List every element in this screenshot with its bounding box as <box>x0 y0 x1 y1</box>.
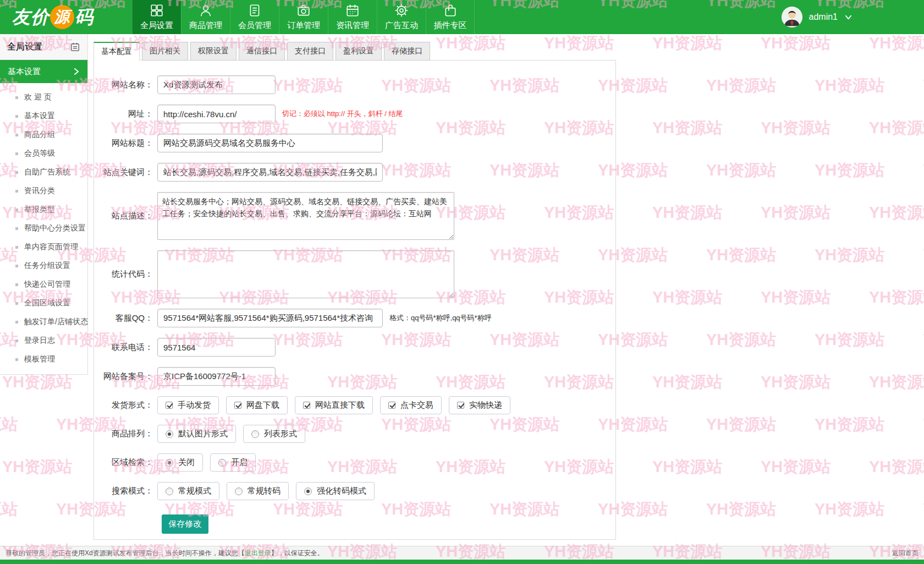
tab-0[interactable]: 基本配置 <box>94 42 140 61</box>
bullet-icon <box>15 283 18 286</box>
delivery-type-option-1[interactable]: 网盘下载 <box>226 396 288 414</box>
sidebar-item-10[interactable]: 快递公司管理 <box>0 275 87 294</box>
app-logo-text: 友价源码 <box>12 5 94 30</box>
sidebar-item-13[interactable]: 登录日志 <box>0 331 87 350</box>
sidebar-item-1[interactable]: 基本设置 <box>0 107 87 125</box>
region-search-option-1[interactable]: 开启 <box>210 453 256 472</box>
radio-icon[interactable] <box>218 459 226 467</box>
settings-tabs: 基本配置图片相关权限设置通信接口支付接口盈利设置存储接口 <box>94 42 924 61</box>
site-keywords-input[interactable] <box>157 163 383 182</box>
sidebar-item-9[interactable]: 任务分组设置 <box>0 256 87 275</box>
contact-phone-row: 联系电话： <box>94 338 615 357</box>
delivery-type-option-0[interactable]: 手动发货 <box>157 396 219 414</box>
contact-phone-label: 联系电话： <box>94 342 157 353</box>
sidebar-item-list: 欢 迎 页基本设置商品分组会员等级自助广告系统资讯分类举报类型帮助中心分类设置单… <box>0 83 87 369</box>
contact-phone-input[interactable] <box>157 338 276 357</box>
tab-5[interactable]: 盈利设置 <box>336 42 382 61</box>
sidebar-item-label: 举报类型 <box>24 205 55 215</box>
site-url-row: 网址：切记：必须以 http:// 开头，斜杆 / 结尾 <box>94 105 615 123</box>
sidebar-item-4[interactable]: 自助广告系统 <box>0 163 87 182</box>
site-description-textarea[interactable] <box>157 192 454 240</box>
sidebar-item-8[interactable]: 单内容页面管理 <box>0 238 87 256</box>
sidebar-item-6[interactable]: 举报类型 <box>0 200 87 219</box>
site-title-input[interactable] <box>157 134 383 152</box>
sidebar-item-7[interactable]: 帮助中心分类设置 <box>0 219 87 238</box>
nav-item-order-management[interactable]: 订单管理 <box>279 0 328 34</box>
sidebar-item-label: 任务分组设置 <box>24 261 70 271</box>
sidebar-item-5[interactable]: 资讯分类 <box>0 182 87 200</box>
product-layout-option-1[interactable]: 列表形式 <box>243 425 305 443</box>
nav-item-member-management[interactable]: 会员管理 <box>230 0 279 34</box>
back-home-link[interactable]: 返回首页 <box>892 549 919 558</box>
service-qq-input[interactable] <box>157 309 383 327</box>
radio-icon[interactable] <box>251 430 259 438</box>
region-search-row: 区域检索：关闭开启 <box>94 453 615 472</box>
bullet-icon <box>15 246 18 249</box>
tab-2[interactable]: 权限设置 <box>190 42 237 61</box>
sidebar-item-11[interactable]: 全国区域设置 <box>0 294 87 313</box>
sidebar-header: 全局设置 <box>0 34 87 60</box>
gear-icon <box>394 3 409 18</box>
region-search-option-0[interactable]: 关闭 <box>157 453 203 472</box>
nav-item-label: 插件专区 <box>434 20 467 31</box>
search-mode-option-1[interactable]: 常规转码 <box>227 482 289 500</box>
nav-item-ad-interaction[interactable]: 广告互动 <box>377 0 426 34</box>
sidebar-group-basic-settings[interactable]: 基本设置 <box>0 60 87 83</box>
search-mode-row: 搜索模式：常规模式常规转码强化转码模式 <box>94 482 615 500</box>
radio-selected-icon[interactable] <box>166 459 173 467</box>
bag-icon <box>443 3 458 18</box>
sidebar-item-14[interactable]: 模板管理 <box>0 350 87 369</box>
save-button[interactable]: 保存修改 <box>162 514 208 534</box>
nav-item-product-management[interactable]: 商品管理 <box>181 0 230 34</box>
sidebar-item-12[interactable]: 触发订单/店铺状态 <box>0 313 87 331</box>
tab-4[interactable]: 支付接口 <box>287 42 333 61</box>
icp-number-input[interactable] <box>157 367 276 386</box>
menu-panel-icon[interactable] <box>70 42 80 52</box>
sidebar-group-label: 基本设置 <box>8 67 41 77</box>
sidebar-item-label: 欢 迎 页 <box>24 92 52 102</box>
tab-1[interactable]: 图片相关 <box>142 42 188 61</box>
sidebar-item-0[interactable]: 欢 迎 页 <box>0 88 87 107</box>
tab-6[interactable]: 存储接口 <box>384 42 430 61</box>
radio-icon[interactable] <box>235 488 243 495</box>
stats-code-textarea[interactable] <box>157 250 454 298</box>
search-mode-option-0[interactable]: 常规模式 <box>157 482 219 500</box>
app-logo[interactable]: 友价源码 <box>0 0 132 34</box>
nav-item-label: 会员管理 <box>238 20 271 31</box>
delivery-type-option-3[interactable]: 点卡交易 <box>380 396 442 414</box>
radio-icon[interactable] <box>166 488 173 495</box>
sidebar-item-3[interactable]: 会员等级 <box>0 144 87 163</box>
radio-selected-icon[interactable] <box>304 488 312 495</box>
bullet-icon <box>15 115 18 118</box>
nav-item-label: 全局设置 <box>140 20 173 31</box>
delivery-type-label: 发货形式： <box>94 400 157 410</box>
option-label: 手动发货 <box>178 400 211 410</box>
site-name-input[interactable] <box>157 75 276 94</box>
delivery-type-option-2[interactable]: 网站直接下载 <box>295 396 373 414</box>
chevron-down-icon[interactable] <box>844 13 853 21</box>
checkbox-checked-icon[interactable] <box>234 402 241 409</box>
checkbox-checked-icon[interactable] <box>457 402 464 409</box>
logout-link[interactable]: 退出登录 <box>245 549 271 557</box>
checkbox-checked-icon[interactable] <box>303 402 310 409</box>
user-menu[interactable]: admin1 <box>782 0 924 34</box>
tab-3[interactable]: 通信接口 <box>239 42 285 61</box>
delivery-type-option-4[interactable]: 实物快递 <box>449 396 510 414</box>
radio-selected-icon[interactable] <box>166 430 173 438</box>
option-label: 默认图片形式 <box>178 429 228 439</box>
search-mode-option-2[interactable]: 强化转码模式 <box>296 482 375 500</box>
sidebar-item-2[interactable]: 商品分组 <box>0 125 87 144</box>
checkbox-checked-icon[interactable] <box>166 402 173 409</box>
nav-item-news-management[interactable]: 资讯管理 <box>328 0 377 34</box>
option-label: 实物快递 <box>469 400 502 410</box>
top-navigation: 全局设置商品管理会员管理订单管理资讯管理广告互动插件专区 <box>132 0 475 34</box>
site-description-row: 站点描述： <box>94 192 615 240</box>
avatar[interactable] <box>782 7 802 28</box>
nav-item-global-settings[interactable]: 全局设置 <box>132 0 181 34</box>
sidebar-item-label: 触发订单/店铺状态 <box>24 317 88 327</box>
site-url-input[interactable] <box>157 105 276 123</box>
product-layout-option-0[interactable]: 默认图片形式 <box>157 425 236 443</box>
checkbox-checked-icon[interactable] <box>388 402 395 409</box>
sidebar-item-label: 自助广告系统 <box>24 167 70 177</box>
nav-item-plugin-zone[interactable]: 插件专区 <box>426 0 475 34</box>
